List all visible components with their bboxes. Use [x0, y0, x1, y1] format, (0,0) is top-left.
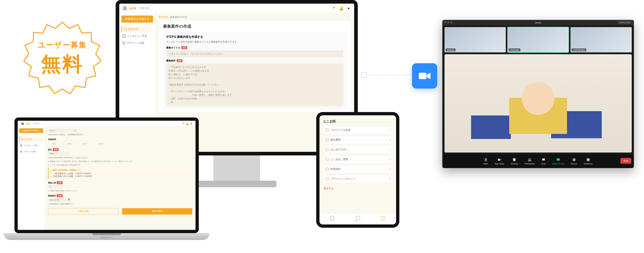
logout-link[interactable]: 退会する [323, 185, 393, 192]
gear-icon [122, 42, 126, 44]
svg-rect-1 [419, 73, 426, 79]
svg-point-9 [588, 159, 588, 160]
svg-rect-2 [498, 159, 500, 161]
main-video [444, 54, 632, 152]
reward-tip: ⚠ 謝礼の参考金額（1時間あたり） 一般消費者向けの調査 3,000円〜8,00… [48, 167, 192, 179]
cond-textarea[interactable]: ・下記条件にすべてに当てはまる方①直近○○年以内に、○○の経験がある方②○○歳以… [166, 64, 343, 106]
tab-icon [382, 216, 385, 220]
window-controls[interactable] [444, 21, 452, 23]
tab-2[interactable]: アカウント [370, 214, 396, 224]
save-draft-button[interactable]: 下書き保存 [48, 208, 118, 214]
menu-icon [326, 138, 329, 142]
time-option[interactable]: 60分 [79, 142, 91, 146]
zoom-reactions-button[interactable]: Reactions [584, 158, 593, 165]
menu-item[interactable]: プライバシーポリシー [323, 175, 393, 183]
step-desc: テンプレート文言を参考に募集タイトルと募集条件を作成できます。 [166, 40, 343, 44]
reward-label: 謝礼必須 [48, 148, 192, 151]
svg-point-7 [574, 159, 574, 160]
page-title: 募集案件の作成 [163, 24, 346, 29]
sidebar-item-interview[interactable]: インタビュー予定 [122, 33, 153, 40]
sidebar-item-account[interactable]: アカウント設定 [19, 148, 43, 155]
zoom-titlebar: Zoom Gallery view [442, 20, 634, 25]
people-label: 募集人数必須 [48, 181, 192, 184]
cases-icon [124, 28, 127, 31]
time-option[interactable]: 30分 [48, 142, 60, 146]
time-options: 30分45分60分120分 [48, 142, 192, 146]
video-thumb[interactable]: Corporate [508, 27, 569, 52]
video-thumb[interactable]: Ishihara [444, 27, 506, 52]
tab-0[interactable]: さがす [320, 214, 345, 224]
menu-icon [326, 128, 329, 132]
gallery-view-button[interactable]: Gallery view [618, 20, 632, 24]
help-icon[interactable]: ? [183, 122, 184, 125]
user-icon[interactable]: ● [346, 6, 350, 10]
hamburger-icon[interactable] [123, 7, 127, 10]
sidebar-item-account[interactable]: アカウント設定 [122, 40, 153, 46]
menu-item[interactable]: 謝礼履歴 [323, 136, 393, 144]
zoom-share-screen-button[interactable]: Share Screen [552, 158, 564, 165]
free-badge: ユーザー募集 無料 [24, 20, 101, 98]
badge-line2: 無料 [41, 51, 84, 78]
menu-icon [326, 168, 329, 171]
video-thumb[interactable]: Lifull Member [570, 27, 632, 52]
menu-item[interactable]: プロフィール設定 [323, 126, 393, 134]
connector-node [361, 72, 366, 78]
end-button[interactable]: End [620, 158, 631, 164]
deadline-label: 募集締切必須 [48, 194, 192, 197]
zoom-stop-video-button[interactable]: Stop Video [494, 158, 504, 165]
zoom-app-icon [412, 63, 437, 88]
start-button[interactable]: 募集を開始 [122, 208, 192, 214]
menu-icon [326, 158, 329, 161]
tool-select[interactable]: Zoom [48, 129, 77, 132]
svg-point-10 [588, 159, 589, 160]
tab-icon [356, 216, 360, 220]
people-input[interactable]: 2 [48, 185, 62, 188]
reward-input[interactable]: 3000 [48, 152, 70, 156]
tablet-device: ユニ太郎 プロフィール設定謝礼履歴はじめての方へよくあるご質問利用規約プライバシ… [316, 112, 399, 228]
sidebar-item-cases[interactable]: 案件管理 [122, 26, 153, 33]
sidebar-item-interview[interactable]: インタビュー予定 [19, 142, 43, 148]
badge-line1: ユーザー募集 [38, 40, 87, 50]
menu-item[interactable]: よくあるご質問 [323, 156, 393, 163]
user-icon[interactable]: ● [190, 122, 192, 125]
create-button[interactable]: 募集案件を作成する [19, 128, 43, 133]
zoom-record-button[interactable]: Record [571, 158, 577, 165]
title-label: 募集タイトル 必須 [166, 46, 343, 49]
hamburger-icon[interactable] [21, 123, 24, 125]
app-header: unii リサーチ ? 🔔 ● [119, 4, 354, 13]
app-logo: unii [129, 6, 136, 11]
zoom-participants-button[interactable]: Participants [524, 158, 535, 165]
menu-icon [326, 177, 329, 180]
cond-label: 募集条件 必須 [166, 59, 343, 62]
laptop-model: MacBook Pro [4, 236, 210, 238]
sidebar-item-cases[interactable]: 案件管理 [19, 136, 43, 142]
time-option[interactable]: 120分 [94, 142, 107, 146]
tab-1[interactable]: 申込リスト [345, 214, 370, 224]
reward-notes: ● 謝礼金額1000円〜500円単位でご設定できます。● 対象者に応じてご設定頂… [48, 156, 192, 166]
time-label: 実施時間 [48, 138, 192, 141]
zoom-note: ※ZoomURLの共有は、日程調整後可能です [48, 133, 192, 136]
svg-point-3 [528, 159, 530, 160]
menu-icon [326, 148, 329, 151]
app-logo: unii [26, 122, 30, 125]
help-icon[interactable]: ? [332, 6, 336, 10]
zoom-security-button[interactable]: Security [511, 158, 518, 165]
menu-item[interactable]: はじめての方へ [323, 146, 393, 154]
title-input[interactable]: ○○をしている方に、○○についてインタビューしたい [166, 50, 343, 57]
laptop-device: unii リサーチ ? 🔔 ● 募集案件を作成する 案件管理 インタビュー予定 … [11, 118, 202, 240]
required-badge: 必須 [177, 59, 182, 62]
time-option[interactable]: 45分 [64, 142, 75, 146]
app-logo-sub: リサーチ [139, 7, 149, 10]
menu-item[interactable]: 利用規約 [323, 165, 393, 173]
deadline-input[interactable]: 2021/07/30 📅 [48, 198, 72, 202]
bell-icon[interactable]: 🔔 [339, 6, 343, 10]
create-button[interactable]: 募集案件を作成する [122, 16, 153, 22]
breadcrumb: 案件管理 › 募集案件の作成 [159, 16, 351, 19]
svg-point-4 [530, 159, 531, 160]
bell-icon[interactable]: 🔔 [186, 122, 189, 125]
calendar-icon [122, 35, 126, 38]
zoom-chat-button[interactable]: Chat [541, 158, 546, 165]
zoom-mute-button[interactable]: Mute [484, 158, 488, 165]
tab-icon [330, 216, 334, 220]
svg-point-8 [587, 158, 590, 162]
